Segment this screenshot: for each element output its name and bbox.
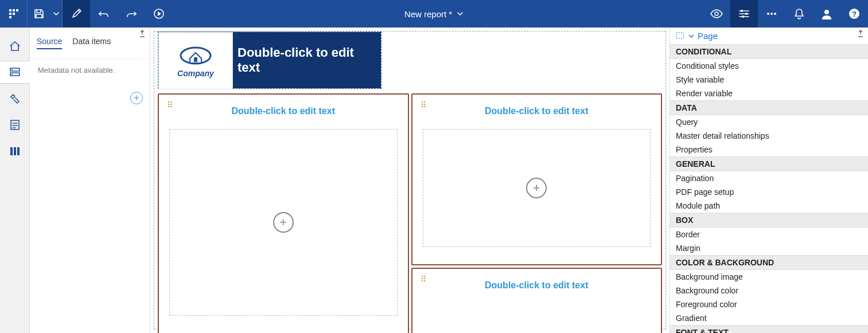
properties-panel: Page CONDITIONALConditional stylesStyle … [670,28,868,333]
queries-icon[interactable] [3,140,27,163]
property-section-header[interactable]: BOX [670,213,868,228]
save-dropdown[interactable] [50,0,62,28]
svg-rect-26 [194,57,197,62]
svg-point-9 [745,13,748,15]
card-b2-title[interactable]: Double-click to edit text [423,280,651,291]
property-item[interactable]: Background image [670,270,868,284]
toolbar-right: ? [703,0,868,28]
toolbox-icon[interactable] [3,87,27,110]
chevron-down-icon [688,33,694,39]
property-section-header[interactable]: CONDITIONAL [670,44,868,59]
help-button[interactable]: ? [840,0,868,28]
home-icon[interactable] [3,34,27,57]
header-block[interactable]: Company Double-click to edit text [158,32,382,89]
report-canvas: Company Double-click to edit text ⠿ Doub… [150,28,670,333]
svg-rect-5 [9,16,11,18]
property-item[interactable]: Background color [670,284,868,297]
property-item[interactable]: Foreground color [670,297,868,311]
company-logo-icon: Company [173,41,219,81]
pin-icon[interactable] [138,30,146,40]
save-button[interactable] [28,0,50,28]
report-title-placeholder[interactable]: Double-click to edit text [233,32,381,88]
page-context-icon [676,32,685,40]
property-section-header[interactable]: DATA [670,100,868,115]
tab-data-items[interactable]: Data items [72,37,111,49]
card-a1-dropzone[interactable]: + [169,129,398,316]
redo-button[interactable] [118,0,145,28]
card-b2[interactable]: ⠿ Double-click to edit text [411,268,663,333]
property-item[interactable]: Module path [670,199,868,213]
properties-context[interactable]: Page [670,28,868,44]
properties-list[interactable]: CONDITIONALConditional stylesStyle varia… [670,44,868,333]
property-item[interactable]: Query [670,115,868,129]
card-a1[interactable]: ⠿ Double-click to edit text + [158,93,409,333]
logo-text: Company [177,69,214,78]
svg-text:?: ? [852,10,857,18]
toolbar-left [0,0,173,28]
tab-source[interactable]: Source [37,37,62,49]
property-section-header[interactable]: COLOR & BACKGROUND [670,255,868,270]
svg-point-8 [741,10,743,12]
main-area: Source Data items + Metadata not availab… [0,28,868,333]
report-title-text: New report * [404,9,452,19]
apps-button[interactable] [0,0,28,28]
add-source-button[interactable]: + [130,92,143,104]
preview-button[interactable] [703,0,730,28]
pin-icon[interactable] [857,30,865,40]
property-item[interactable]: Style variable [670,73,868,87]
save-group [28,0,63,28]
property-item[interactable]: PDF page setup [670,185,868,199]
card-b1-title[interactable]: Double-click to edit text [423,106,651,116]
notifications-button[interactable] [785,0,813,28]
svg-rect-23 [14,147,16,155]
property-item[interactable]: Pagination [670,171,868,185]
property-section-header[interactable]: FONT & TEXT [670,325,868,333]
svg-rect-4 [13,13,15,15]
add-content-button[interactable]: + [526,178,547,198]
column-a: ⠿ Double-click to edit text + [158,93,409,333]
chevron-down-icon [457,10,464,17]
svg-point-20 [11,74,13,75]
property-item[interactable]: Conditional styles [670,59,868,73]
drag-handle-icon[interactable]: ⠿ [421,100,427,109]
svg-point-14 [824,10,829,14]
property-item[interactable]: Gradient [670,311,868,325]
run-button[interactable] [145,0,173,28]
top-toolbar: New report * ? [0,0,868,28]
svg-rect-3 [9,13,11,15]
svg-rect-1 [13,9,15,11]
metadata-message: Metadata not available. [30,59,150,81]
properties-toggle-button[interactable] [730,0,758,28]
more-button[interactable] [758,0,785,28]
property-item[interactable]: Properties [670,143,868,156]
card-a1-title[interactable]: Double-click to edit text [169,106,398,116]
logo-cell[interactable]: Company [158,32,233,89]
drag-handle-icon[interactable]: ⠿ [421,275,427,284]
svg-point-13 [774,13,776,15]
card-b1-dropzone[interactable]: + [423,129,651,247]
left-panel: Source Data items + Metadata not availab… [30,28,150,333]
property-section-header[interactable]: GENERAL [670,156,868,171]
svg-rect-2 [16,9,18,11]
property-item[interactable]: Border [670,228,868,241]
property-item[interactable]: Master detail relationships [670,129,868,143]
report-title[interactable]: New report * [404,9,464,19]
add-content-button[interactable]: + [273,212,294,233]
svg-point-11 [767,13,769,15]
edit-mode-button[interactable] [63,0,90,28]
svg-point-10 [742,15,744,18]
property-item[interactable]: Margin [670,241,868,255]
svg-point-12 [770,13,773,15]
undo-button[interactable] [90,0,118,28]
data-source-icon[interactable] [0,61,30,84]
properties-context-label: Page [698,31,718,41]
drag-handle-icon[interactable]: ⠿ [167,100,174,109]
svg-point-7 [715,12,718,15]
svg-rect-24 [17,147,20,155]
property-item[interactable]: Render variable [670,87,868,100]
svg-point-19 [11,69,13,70]
user-button[interactable] [813,0,840,28]
card-b1[interactable]: ⠿ Double-click to edit text + [411,93,663,265]
page-body[interactable]: Company Double-click to edit text ⠿ Doub… [154,31,666,330]
pages-icon[interactable] [3,113,27,136]
